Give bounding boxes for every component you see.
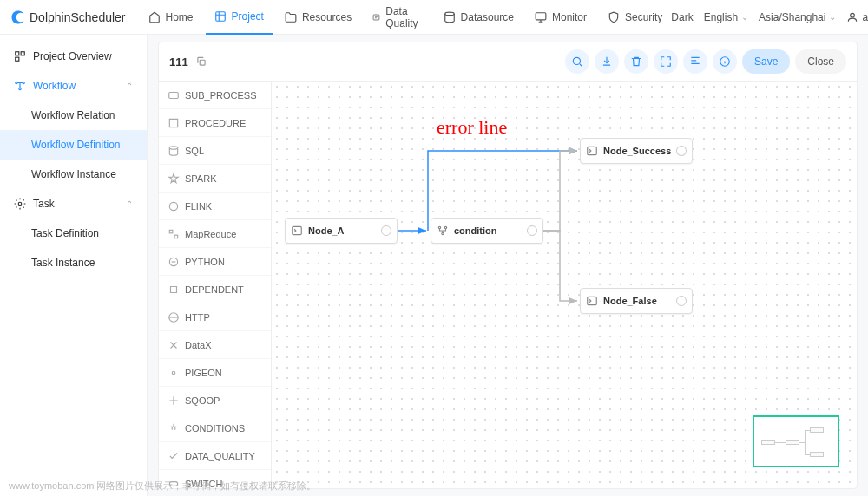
nav-project[interactable]: Project [206,0,273,35]
node-status-icon [676,146,687,156]
db-icon [444,11,456,23]
shell-icon [586,145,598,157]
search-icon [571,55,583,68]
workflow-title: 111 [169,55,188,69]
error-annotation: error line [437,116,507,139]
user-menu[interactable]: admin⌄ [846,11,868,23]
project-icon [214,10,227,23]
sidebar-wf-definition[interactable]: Workflow Definition [0,130,147,160]
search-button[interactable] [565,49,589,74]
palette-subprocess[interactable]: SUB_PROCESS [159,82,271,109]
task-icon [168,422,180,434]
task-palette[interactable]: SUB_PROCESS PROCEDURE SQL SPARK FLINK Ma… [159,82,272,488]
nav-monitor[interactable]: Monitor [526,0,595,35]
task-icon [168,339,180,351]
chevron-down-icon: ⌄ [741,12,748,22]
task-icon [168,117,180,129]
workflow-icon [14,80,26,92]
palette-http[interactable]: HTTP [159,303,271,331]
svg-rect-28 [588,147,597,154]
svg-point-10 [19,88,21,89]
node-false[interactable]: Node_False [580,288,693,314]
nav-datasource[interactable]: Datasource [435,0,523,35]
svg-point-9 [23,82,24,83]
node-a[interactable]: Node_A [285,218,398,244]
nav-dataquality[interactable]: Data Quality [364,0,431,35]
palette-datax[interactable]: DataX [159,331,271,359]
palette-python[interactable]: PYTHON [159,248,271,276]
nav-home[interactable]: Home [140,0,202,35]
svg-rect-19 [174,235,178,238]
sidebar-workflow[interactable]: Workflow ⌃ [0,71,147,101]
palette-sql[interactable]: SQL [159,137,271,165]
svg-point-16 [169,146,177,149]
delete-button[interactable] [624,49,648,74]
tz-select[interactable]: Asia/Shanghai⌄ [759,11,836,23]
task-icon [168,284,180,296]
format-button[interactable] [683,49,707,74]
info-button[interactable] [713,49,737,74]
svg-rect-1 [373,15,379,20]
theme-toggle[interactable]: Dark [671,11,693,23]
palette-dataquality[interactable]: DATA_QUALITY [159,442,271,470]
sidebar-wf-instance[interactable]: Workflow Instance [0,160,147,189]
node-status-icon [527,225,537,236]
svg-point-22 [172,371,175,375]
node-success[interactable]: Node_Success [580,138,693,164]
svg-point-27 [442,232,444,234]
expand-icon [660,55,672,68]
sidebar-overview[interactable]: Project Overview [0,42,147,71]
minimap[interactable] [753,415,839,467]
svg-point-13 [573,57,580,64]
home-icon [148,11,161,23]
edge-cond-false[interactable] [543,231,577,301]
app-logo[interactable]: DolphinScheduler [10,10,126,25]
palette-flink[interactable]: FLINK [159,193,271,220]
palette-mapreduce[interactable]: MapReduce [159,220,271,248]
palette-conditions[interactable]: CONDITIONS [159,414,271,442]
format-icon [689,55,701,68]
svg-point-4 [851,13,855,17]
download-button[interactable] [595,49,619,74]
palette-procedure[interactable]: PROCEDURE [159,109,271,137]
svg-rect-6 [21,52,24,55]
close-button[interactable]: Close [795,49,846,74]
nav-security[interactable]: Security [599,0,671,35]
sidebar-wf-relation[interactable]: Workflow Relation [0,101,147,130]
palette-pigeon[interactable]: PIGEON [159,359,271,387]
sidebar-task-definition[interactable]: Task Definition [0,219,147,248]
svg-point-8 [16,82,17,83]
edge-cond-success[interactable] [543,151,577,231]
save-button[interactable]: Save [742,49,790,74]
task-icon [168,367,180,379]
shield-icon [608,11,620,23]
task-icon [168,89,180,101]
node-condition[interactable]: condition [431,218,543,244]
lang-select[interactable]: English⌄ [704,11,748,23]
task-icon [168,256,180,268]
svg-point-25 [438,226,440,228]
svg-rect-29 [588,297,597,304]
sidebar-task[interactable]: Task ⌃ [0,189,147,219]
node-status-icon [381,225,391,236]
nav-resources[interactable]: Resources [276,0,360,35]
svg-rect-7 [16,57,19,61]
overview-icon [14,50,26,62]
info-icon [719,55,731,68]
svg-point-11 [18,202,22,206]
svg-rect-3 [536,12,546,19]
sidebar-task-instance[interactable]: Task Instance [0,248,147,277]
palette-sqoop[interactable]: SQOOP [159,387,271,414]
monitor-icon [535,11,547,23]
palette-spark[interactable]: SPARK [159,165,271,193]
svg-rect-5 [16,52,19,55]
svg-rect-18 [169,230,173,233]
shell-icon [586,295,598,307]
svg-point-2 [444,12,454,15]
gear-icon [14,198,26,210]
copy-icon[interactable] [195,55,207,68]
task-icon [168,450,180,462]
palette-dependent[interactable]: DEPENDENT [159,276,271,303]
fullscreen-button[interactable] [654,49,678,74]
task-icon [168,173,180,185]
